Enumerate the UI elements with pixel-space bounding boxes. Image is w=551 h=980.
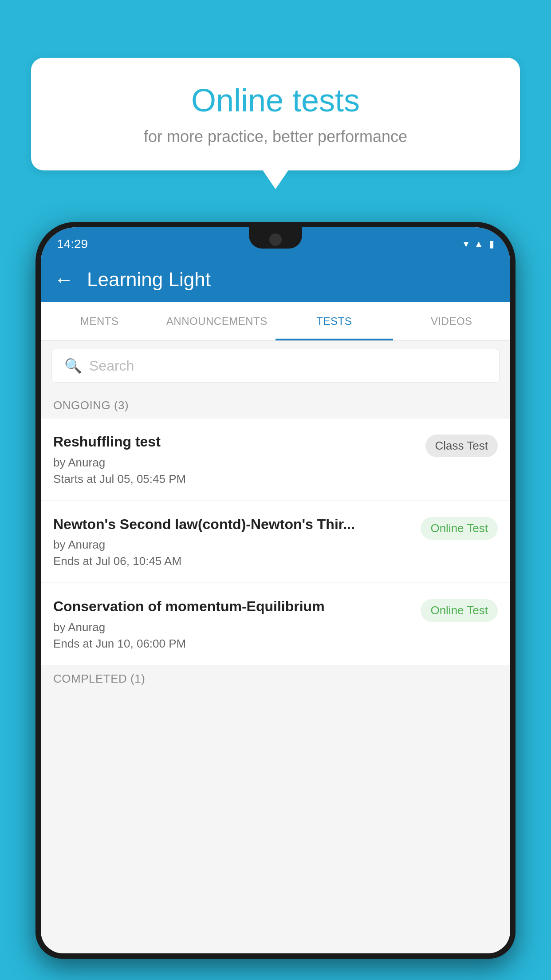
phone-frame: 14:29 ▾ ▲ ▮ ← Learning Light MENTS bbox=[35, 222, 516, 959]
tab-bar: MENTS ANNOUNCEMENTS TESTS VIDEOS bbox=[41, 302, 510, 341]
tab-tests[interactable]: TESTS bbox=[276, 302, 393, 340]
test-title-1: Reshuffling test bbox=[53, 433, 417, 451]
phone-notch bbox=[249, 227, 302, 249]
completed-section-header: COMPLETED (1) bbox=[41, 666, 510, 692]
camera bbox=[269, 233, 282, 246]
search-bar[interactable]: 🔍 Search bbox=[51, 349, 500, 383]
ongoing-label: ONGOING (3) bbox=[53, 399, 129, 412]
test-time-2: Ends at Jul 06, 10:45 AM bbox=[53, 554, 412, 568]
badge-online-test-2: Online Test bbox=[421, 517, 498, 540]
tab-announcements[interactable]: ANNOUNCEMENTS bbox=[158, 302, 276, 340]
test-author-2: by Anurag bbox=[53, 538, 412, 552]
battery-icon: ▮ bbox=[489, 238, 494, 250]
app-header: ← Learning Light bbox=[41, 257, 510, 302]
phone-inner: 14:29 ▾ ▲ ▮ ← Learning Light MENTS bbox=[41, 227, 510, 953]
ongoing-section-header: ONGOING (3) bbox=[41, 391, 510, 419]
speech-bubble-subtitle: for more practice, better performance bbox=[58, 127, 493, 146]
search-icon: 🔍 bbox=[64, 357, 82, 374]
test-info-1: Reshuffling test by Anurag Starts at Jul… bbox=[53, 433, 425, 486]
back-button[interactable]: ← bbox=[54, 270, 74, 289]
test-card-2[interactable]: Newton's Second law(contd)-Newton's Thir… bbox=[41, 501, 510, 583]
test-title-3: Conservation of momentum-Equilibrium bbox=[53, 597, 412, 616]
test-author-1: by Anurag bbox=[53, 456, 417, 470]
test-info-2: Newton's Second law(contd)-Newton's Thir… bbox=[53, 515, 421, 569]
app-title: Learning Light bbox=[87, 269, 211, 291]
test-time-3: Ends at Jun 10, 06:00 PM bbox=[53, 637, 412, 651]
signal-icon: ▲ bbox=[474, 238, 484, 250]
test-info-3: Conservation of momentum-Equilibrium by … bbox=[53, 597, 421, 651]
test-card-1[interactable]: Reshuffling test by Anurag Starts at Jul… bbox=[41, 419, 510, 500]
test-card-3[interactable]: Conservation of momentum-Equilibrium by … bbox=[41, 583, 510, 665]
search-placeholder: Search bbox=[89, 358, 134, 374]
tab-videos[interactable]: VIDEOS bbox=[393, 302, 511, 340]
test-title-2: Newton's Second law(contd)-Newton's Thir… bbox=[53, 515, 412, 534]
test-time-1: Starts at Jul 05, 05:45 PM bbox=[53, 472, 417, 486]
completed-label: COMPLETED (1) bbox=[53, 672, 145, 685]
phone-screen: 14:29 ▾ ▲ ▮ ← Learning Light MENTS bbox=[41, 227, 510, 953]
search-container: 🔍 Search bbox=[41, 341, 510, 391]
status-time: 14:29 bbox=[57, 237, 88, 251]
badge-class-test-1: Class Test bbox=[425, 435, 498, 457]
status-icons: ▾ ▲ ▮ bbox=[464, 238, 494, 250]
tab-ments[interactable]: MENTS bbox=[41, 302, 158, 340]
test-author-3: by Anurag bbox=[53, 620, 412, 634]
speech-bubble-title: Online tests bbox=[58, 82, 493, 119]
badge-online-test-3: Online Test bbox=[421, 599, 498, 622]
phone-container: 14:29 ▾ ▲ ▮ ← Learning Light MENTS bbox=[35, 222, 516, 980]
speech-bubble: Online tests for more practice, better p… bbox=[31, 58, 520, 170]
speech-bubble-container: Online tests for more practice, better p… bbox=[31, 58, 520, 170]
wifi-icon: ▾ bbox=[464, 238, 468, 250]
